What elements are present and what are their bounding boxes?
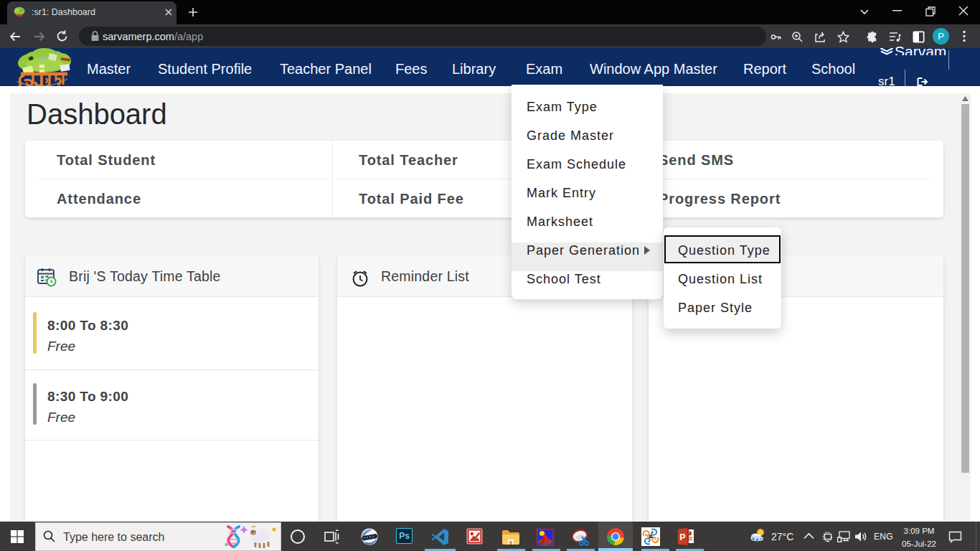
svg-text:P: P [679, 532, 685, 542]
